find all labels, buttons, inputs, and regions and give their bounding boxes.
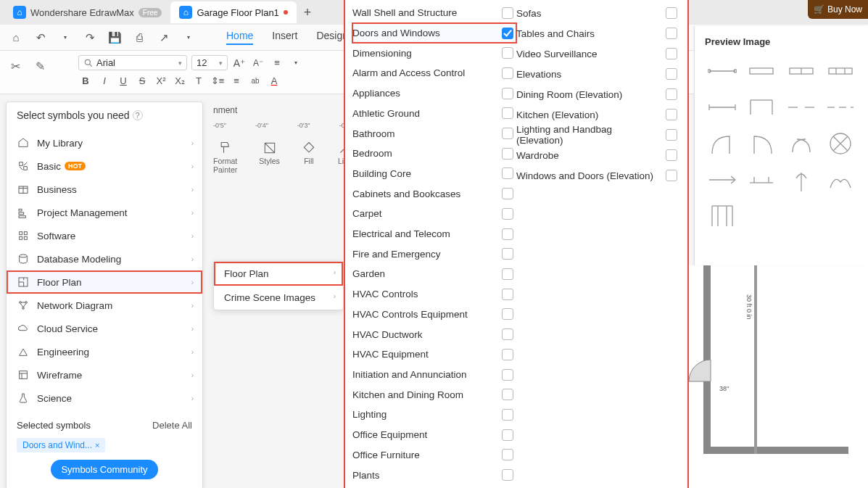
buy-now-button[interactable]: 🛒 Buy Now	[808, 0, 868, 19]
checkbox-icon[interactable]	[502, 7, 513, 19]
cat-video-surv[interactable]: Video Surveillance	[516, 44, 680, 64]
cat-hvac-controls[interactable]: HVAC Controls	[352, 284, 516, 305]
increase-font-icon[interactable]: A⁺	[232, 56, 247, 70]
abc-icon[interactable]: ab	[248, 73, 263, 88]
category-basic[interactable]: BasicHOT›	[7, 154, 202, 178]
symbol-thumb[interactable]	[705, 92, 740, 123]
symbol-thumb[interactable]	[784, 128, 819, 159]
symbol-thumb[interactable]	[823, 92, 858, 123]
checkbox-icon[interactable]	[666, 170, 677, 181]
cat-windows-elev[interactable]: Windows and Doors (Elevation)	[516, 165, 680, 186]
text-icon[interactable]: T	[191, 73, 206, 88]
checkbox-icon[interactable]	[502, 449, 513, 460]
font-size-select[interactable]: 12 ▾	[191, 55, 228, 70]
checkbox-icon[interactable]	[502, 168, 513, 179]
category-project-mgmt[interactable]: Project Management›	[7, 201, 202, 224]
menu-home[interactable]: Home	[226, 30, 253, 45]
symbol-thumb[interactable]	[784, 92, 819, 123]
checkbox-icon[interactable]	[502, 469, 513, 481]
submenu-crime-scene[interactable]: Crime Scene Images ›	[214, 286, 343, 310]
styles-tool[interactable]: Styles	[259, 141, 280, 174]
cat-kitchen-dining[interactable]: Kitchen and Dining Room	[352, 384, 516, 405]
strikethrough-icon[interactable]: S	[135, 73, 149, 88]
symbol-thumb[interactable]	[744, 92, 779, 123]
symbol-thumb[interactable]	[705, 128, 740, 159]
symbol-thumb[interactable]	[823, 128, 858, 159]
cat-tables-chairs[interactable]: Tables and Chairs	[516, 23, 680, 44]
checkbox-icon[interactable]	[502, 268, 513, 280]
checkbox-icon[interactable]	[502, 188, 513, 199]
checkbox-icon[interactable]	[502, 128, 513, 139]
format-painter-tool[interactable]: Format Painter	[213, 141, 237, 174]
symbol-thumb[interactable]	[784, 56, 819, 86]
cat-lighting[interactable]: Lighting	[352, 405, 516, 425]
delete-all-button[interactable]: Delete All	[152, 420, 192, 431]
category-software[interactable]: Software›	[7, 224, 202, 247]
checkbox-icon[interactable]	[666, 48, 677, 59]
symbol-thumb[interactable]	[823, 56, 858, 86]
subscript-icon[interactable]: X₂	[173, 73, 187, 88]
category-cloud[interactable]: Cloud Service›	[7, 317, 202, 340]
menu-insert[interactable]: Insert	[272, 30, 297, 45]
cut-icon[interactable]: ✂	[11, 59, 24, 73]
symbol-thumb[interactable]	[705, 56, 740, 86]
checkbox-icon[interactable]	[666, 7, 677, 19]
cat-elevations[interactable]: Elevations	[516, 64, 680, 84]
chevron-down-icon[interactable]: ▾	[289, 56, 303, 70]
cat-appliances[interactable]: Appliances	[352, 83, 516, 104]
cat-bathroom[interactable]: Bathroom	[352, 123, 516, 144]
symbol-thumb[interactable]	[744, 165, 779, 195]
checkbox-icon[interactable]	[502, 308, 513, 320]
symbol-thumb[interactable]	[823, 165, 858, 195]
export-icon[interactable]: ↗	[155, 29, 173, 46]
underline-icon[interactable]: U	[116, 73, 131, 88]
cat-hvac-eq[interactable]: HVAC Equipment	[352, 344, 516, 365]
undo-dropdown-icon[interactable]: ▾	[57, 29, 74, 46]
cat-building-core[interactable]: Building Core	[352, 164, 516, 184]
paint-icon[interactable]: ✎	[36, 59, 49, 73]
save-icon[interactable]: 💾	[106, 29, 123, 46]
canvas-area[interactable]: 30 ft 0 in 38"	[689, 265, 868, 488]
font-select[interactable]: Arial ▾	[78, 55, 187, 70]
superscript-icon[interactable]: X²	[154, 73, 168, 88]
category-wireframe[interactable]: Wireframe›	[7, 363, 202, 386]
help-icon[interactable]: ?	[133, 110, 143, 120]
cat-fire[interactable]: Fire and Emergency	[352, 244, 516, 264]
checkbox-icon[interactable]	[502, 389, 513, 400]
cat-bedroom[interactable]: Bedroom	[352, 144, 516, 164]
checkbox-icon[interactable]	[502, 349, 513, 360]
checkbox-icon[interactable]	[502, 28, 513, 39]
decrease-font-icon[interactable]: A⁻	[251, 56, 265, 70]
new-tab-button[interactable]: +	[304, 5, 312, 20]
cat-initiation[interactable]: Initiation and Annunciation	[352, 365, 516, 385]
cat-hvac-ductwork[interactable]: HVAC Ductwork	[352, 324, 516, 344]
tab-garage-plan[interactable]: ⌂ Garage Floor Plan1	[170, 1, 296, 23]
checkbox-icon[interactable]	[502, 248, 513, 260]
symbol-thumb[interactable]	[705, 165, 740, 195]
cat-carpet[interactable]: Carpet	[352, 204, 516, 224]
category-engineering[interactable]: Engineering›	[7, 340, 202, 363]
cat-wardrobe[interactable]: Wardrobe	[516, 145, 680, 165]
cat-kitchen-elev[interactable]: Kitchen (Elevation)	[516, 104, 680, 125]
category-my-library[interactable]: My Library›	[7, 131, 202, 154]
cat-alarm[interactable]: Alarm and Access Control	[352, 63, 516, 83]
cat-lighting-elev[interactable]: Lighting and Handbag (Elevation)	[516, 125, 680, 145]
cat-dimensioning[interactable]: Dimensioning	[352, 43, 516, 63]
checkbox-icon[interactable]	[502, 409, 513, 421]
symbol-thumb[interactable]	[744, 56, 779, 86]
cat-dining-elev[interactable]: Dining Room (Elevation)	[516, 84, 680, 104]
cat-wall-shell[interactable]: Wall Shell and Structure	[352, 3, 516, 23]
export-dropdown-icon[interactable]: ▾	[180, 29, 197, 46]
category-network[interactable]: Network Diagram›	[7, 294, 202, 317]
checkbox-icon[interactable]	[502, 429, 513, 441]
cat-electrical[interactable]: Electrical and Telecom	[352, 224, 516, 244]
cat-athletic[interactable]: Athletic Ground	[352, 104, 516, 124]
cat-office-furn[interactable]: Office Furniture	[352, 444, 516, 465]
checkbox-icon[interactable]	[502, 328, 513, 340]
checkbox-icon[interactable]	[502, 67, 513, 79]
cat-sofas[interactable]: Sofas	[516, 3, 680, 23]
checkbox-icon[interactable]	[666, 88, 677, 100]
menu-design[interactable]: Design	[316, 30, 348, 45]
checkbox-icon[interactable]	[666, 129, 677, 141]
checkbox-icon[interactable]	[502, 148, 513, 160]
